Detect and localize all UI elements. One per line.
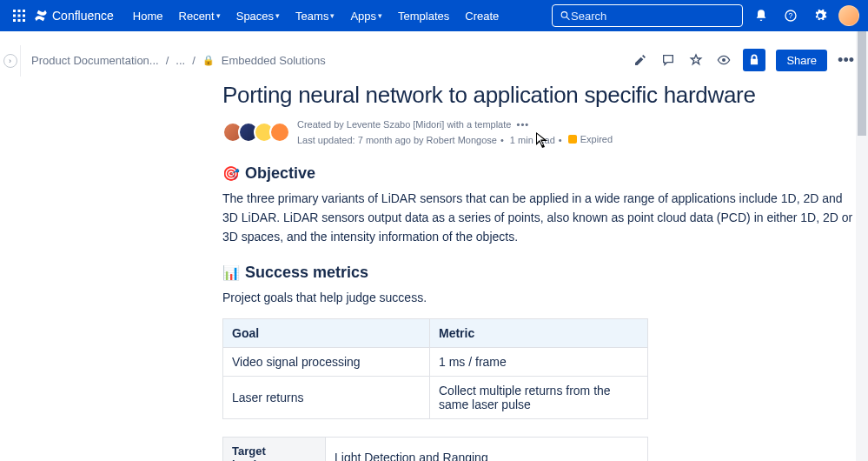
status-badge: Expired — [568, 132, 613, 147]
table-row: Target hardware Light Detection and Rang… — [223, 438, 648, 462]
chevron-down-icon: ▾ — [216, 11, 221, 20]
nav-spaces[interactable]: Spaces▾ — [229, 6, 287, 26]
top-navigation: Confluence Home Recent▾ Spaces▾ Teams▾ A… — [0, 0, 868, 31]
metrics-table: Goal Metric Video signal processing 1 ms… — [222, 318, 648, 419]
star-icon[interactable] — [687, 51, 705, 69]
search-input-wrapper[interactable] — [552, 4, 743, 27]
col-goal: Goal — [223, 319, 430, 348]
svg-text:?: ? — [789, 11, 793, 20]
svg-rect-1 — [18, 10, 21, 12]
chevron-down-icon: ▾ — [330, 11, 335, 20]
col-metric: Metric — [430, 319, 648, 348]
table-row: Video signal processing 1 ms / frame — [223, 348, 648, 377]
edit-icon[interactable] — [632, 51, 649, 69]
nav-home[interactable]: Home — [126, 6, 170, 26]
svg-rect-2 — [23, 10, 25, 12]
settings-icon[interactable] — [809, 4, 832, 27]
collapse-sidebar: › — [0, 45, 21, 77]
chevron-down-icon: ▾ — [275, 11, 280, 20]
last-updated: Last updated: 7 month ago by Robert Mong… — [297, 135, 497, 145]
nav-teams[interactable]: Teams▾ — [288, 6, 341, 26]
section-heading-objective: 🎯 Objective — [222, 164, 854, 183]
metrics-intro: Project goals that help judge success. — [222, 289, 854, 308]
read-time: 1 min read — [510, 135, 555, 145]
nav-create[interactable]: Create — [458, 6, 506, 26]
nav-items: Home Recent▾ Spaces▾ Teams▾ Apps▾ Templa… — [126, 6, 506, 26]
target-icon: 🎯 — [222, 165, 240, 182]
table-header-row: Goal Metric — [223, 319, 648, 348]
lock-icon: 🔒 — [202, 55, 215, 66]
objective-body: The three primary variants of LiDAR sens… — [222, 190, 854, 246]
svg-rect-4 — [18, 15, 21, 17]
profile-avatar[interactable] — [838, 5, 859, 26]
svg-rect-6 — [13, 19, 16, 22]
summary-table: Target hardware Light Detection and Rang… — [222, 437, 648, 461]
restrictions-button[interactable] — [743, 49, 765, 71]
breadcrumb-root[interactable]: Product Documentation... — [31, 54, 159, 67]
svg-rect-7 — [18, 19, 21, 22]
search-icon — [560, 10, 571, 22]
help-icon[interactable]: ? — [779, 4, 802, 27]
more-actions-icon[interactable]: ••• — [838, 51, 854, 70]
notifications-icon[interactable] — [750, 4, 772, 27]
comment-icon[interactable] — [659, 51, 677, 69]
contributor-avatars[interactable] — [222, 122, 290, 143]
page-actions: Share ••• — [632, 49, 854, 71]
watch-icon[interactable] — [715, 51, 732, 69]
status-dot-icon — [568, 135, 577, 144]
product-name: Confluence — [52, 9, 114, 23]
byline: Created by Levente Szabo [Midori] with a… — [222, 117, 854, 147]
share-button[interactable]: Share — [776, 50, 827, 71]
svg-line-10 — [567, 17, 569, 20]
chevron-down-icon: ▾ — [378, 11, 382, 20]
page-title: Porting neural network to application sp… — [222, 82, 854, 109]
table-row: Laser returns Collect multiple returns f… — [223, 377, 648, 419]
avatar[interactable] — [269, 122, 290, 143]
nav-templates[interactable]: Templates — [391, 6, 456, 26]
created-by: Created by Levente Szabo [Midori] with a… — [297, 119, 511, 130]
breadcrumb: Product Documentation... / ... / 🔒 Embed… — [31, 54, 326, 67]
chart-icon: 📊 — [222, 264, 240, 281]
section-heading-metrics: 📊 Success metrics — [222, 264, 854, 282]
app-switcher-icon[interactable] — [9, 5, 30, 26]
byline-more-icon[interactable]: ••• — [517, 119, 530, 130]
svg-rect-3 — [13, 15, 16, 17]
search-input[interactable] — [571, 10, 735, 23]
scrollbar-thumb[interactable] — [858, 31, 866, 136]
svg-point-13 — [722, 58, 726, 62]
breadcrumb-leaf[interactable]: Embedded Solutions — [222, 54, 326, 67]
nav-recent[interactable]: Recent▾ — [172, 6, 228, 26]
svg-rect-8 — [23, 19, 25, 22]
breadcrumb-mid[interactable]: ... — [176, 54, 185, 67]
svg-point-9 — [561, 12, 567, 18]
svg-rect-0 — [13, 10, 16, 12]
expand-sidebar-button[interactable]: › — [3, 54, 17, 68]
vertical-scrollbar[interactable] — [856, 31, 868, 461]
confluence-logo[interactable]: Confluence — [33, 8, 114, 23]
svg-rect-5 — [23, 15, 25, 17]
nav-apps[interactable]: Apps▾ — [343, 6, 389, 26]
